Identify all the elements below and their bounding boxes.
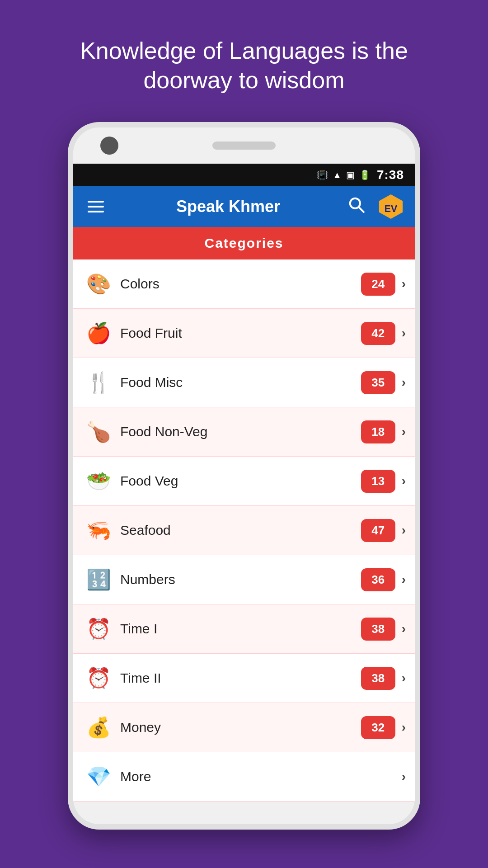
hamburger-line-3 (88, 211, 104, 212)
category-name: Food Veg (120, 473, 361, 489)
category-name: Colors (120, 276, 361, 292)
category-name: Time I (120, 621, 361, 637)
hamburger-line-1 (88, 201, 104, 203)
phone-sensors (370, 142, 388, 149)
list-item[interactable]: 🍎Food Fruit42› (73, 309, 415, 358)
category-arrow-icon: › (402, 622, 406, 636)
list-item[interactable]: 🦐Seafood47› (73, 506, 415, 555)
category-icon: 🍴 (82, 366, 115, 399)
list-item[interactable]: 💰Money32› (73, 703, 415, 752)
list-item[interactable]: ⏰Time I38› (73, 604, 415, 654)
hero-text: Knowledge of Languages is the doorway to… (0, 0, 488, 122)
category-icon: 🍎 (82, 317, 115, 349)
signal-icon: ▣ (346, 170, 355, 180)
phone-top-bar (73, 127, 415, 164)
categories-header: Categories (73, 227, 415, 259)
list-item[interactable]: ⏰Time II38› (73, 654, 415, 703)
category-count: 32 (361, 716, 395, 739)
category-icon: 💎 (82, 760, 115, 793)
category-name: Numbers (120, 572, 361, 587)
category-icon: 💰 (82, 711, 115, 744)
phone-speaker (212, 142, 276, 150)
category-count: 47 (361, 519, 395, 542)
category-name: Money (120, 720, 361, 735)
category-count: 18 (361, 420, 395, 443)
category-arrow-icon: › (402, 474, 406, 488)
phone-camera (100, 137, 118, 155)
app-title: Speak Khmer (121, 197, 335, 216)
vibrate-icon: 📳 (317, 170, 328, 180)
category-icon: 🦐 (82, 514, 115, 547)
list-item[interactable]: 🥗Food Veg13› (73, 457, 415, 506)
category-icon: 🥗 (82, 465, 115, 497)
search-button[interactable] (344, 193, 369, 221)
category-count: 13 (361, 470, 395, 493)
category-arrow-icon: › (402, 769, 406, 784)
category-name: Food Non-Veg (120, 424, 361, 439)
status-icons: 📳 ▲ ▣ 🔋 (317, 170, 371, 180)
category-count: 42 (361, 322, 395, 345)
phone-frame: 📳 ▲ ▣ 🔋 7:38 Speak Khmer EV C (68, 122, 420, 830)
category-count: 35 (361, 371, 395, 394)
category-icon: ⏰ (82, 662, 115, 694)
categories-header-label: Categories (204, 236, 283, 251)
app-bar: Speak Khmer EV (73, 186, 415, 227)
category-name: Food Misc (120, 375, 361, 390)
category-icon: 🍗 (82, 415, 115, 448)
category-arrow-icon: › (402, 671, 406, 685)
svg-line-1 (359, 208, 364, 212)
wifi-icon: ▲ (333, 170, 342, 180)
svg-text:EV: EV (385, 203, 398, 214)
category-name: More (120, 769, 395, 784)
status-bar: 📳 ▲ ▣ 🔋 7:38 (73, 164, 415, 186)
category-count: 24 (361, 273, 395, 296)
category-arrow-icon: › (402, 572, 406, 587)
list-item[interactable]: 🍗Food Non-Veg18› (73, 407, 415, 457)
list-item[interactable]: 💎More› (73, 752, 415, 802)
list-item[interactable]: 🔢Numbers36› (73, 555, 415, 604)
hamburger-line-2 (88, 206, 104, 208)
category-count: 36 (361, 568, 395, 591)
category-icon: 🔢 (82, 563, 115, 596)
category-count: 38 (361, 667, 395, 690)
category-arrow-icon: › (402, 277, 406, 291)
category-icon: ⏰ (82, 613, 115, 645)
phone-bottom-bar (73, 802, 415, 824)
category-name: Seafood (120, 523, 361, 538)
category-arrow-icon: › (402, 375, 406, 390)
category-name: Food Fruit (120, 326, 361, 341)
category-arrow-icon: › (402, 523, 406, 538)
list-item[interactable]: 🎨Colors24› (73, 259, 415, 309)
category-arrow-icon: › (402, 425, 406, 439)
list-item[interactable]: 🍴Food Misc35› (73, 358, 415, 407)
categories-list: 🎨Colors24›🍎Food Fruit42›🍴Food Misc35›🍗Fo… (73, 259, 415, 802)
menu-button[interactable] (84, 197, 108, 216)
category-name: Time II (120, 670, 361, 686)
status-time: 7:38 (377, 168, 404, 182)
battery-icon: 🔋 (359, 170, 371, 180)
ev-logo[interactable]: EV (378, 193, 404, 220)
category-arrow-icon: › (402, 326, 406, 340)
category-arrow-icon: › (402, 720, 406, 735)
category-icon: 🎨 (82, 268, 115, 300)
category-count: 38 (361, 618, 395, 641)
